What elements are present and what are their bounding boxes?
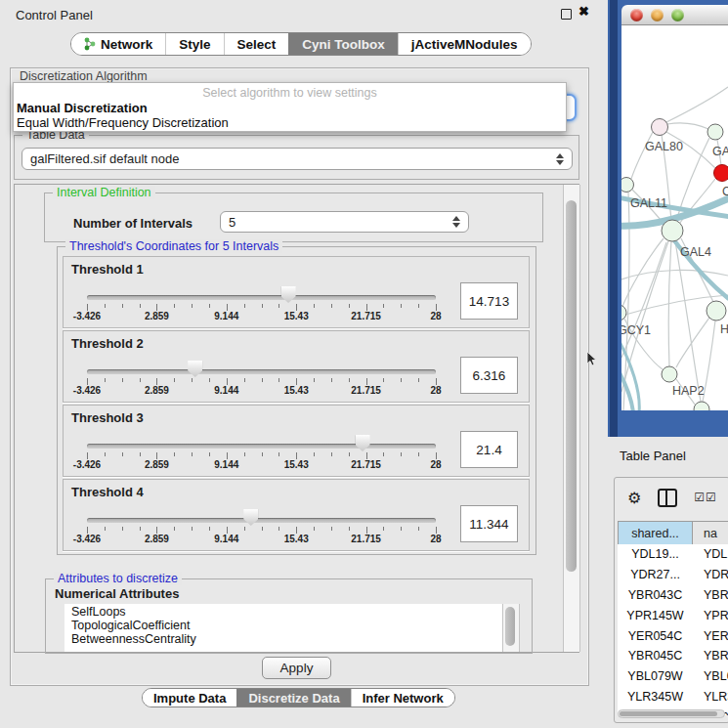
column-header-shared-name[interactable]: shared... <box>618 522 693 545</box>
tick-mark <box>296 527 297 534</box>
tick-mark <box>227 527 228 534</box>
tick-mark <box>192 527 193 531</box>
attributes-scrollbar[interactable] <box>502 604 520 652</box>
tick-label: 28 <box>430 311 441 321</box>
split-view-icon[interactable] <box>658 489 677 507</box>
threshold-4-value-field[interactable]: 11.344 <box>460 505 518 542</box>
network-node-n8[interactable] <box>694 402 709 410</box>
network-node-h[interactable] <box>707 301 726 321</box>
tick-label: 15.43 <box>284 459 309 470</box>
tab-style[interactable]: Style <box>165 33 223 55</box>
tick-mark <box>244 378 245 382</box>
list-item[interactable]: SelfLoops <box>64 604 502 618</box>
main-scrollbar[interactable] <box>563 185 580 652</box>
threshold-1-value-field[interactable]: 14.713 <box>460 282 518 320</box>
tick-mark <box>436 527 437 534</box>
threshold-2-slider[interactable] <box>87 369 436 374</box>
threshold-3-slider[interactable] <box>87 444 436 449</box>
main-scrollbar-thumb[interactable] <box>566 200 577 572</box>
tick-label: 2.859 <box>145 311 169 321</box>
threshold-2-value-field[interactable]: 6.316 <box>460 357 518 394</box>
threshold-4-slider-thumb[interactable] <box>243 509 258 526</box>
table-horizontal-scrollbar-thumb[interactable] <box>620 711 717 716</box>
tick-mark <box>331 527 332 531</box>
close-traffic-light-icon[interactable] <box>630 9 643 21</box>
spinner-arrows-icon <box>556 153 564 165</box>
tab-label: Cyni Toolbox <box>302 37 385 52</box>
tab-network[interactable]: Network <box>71 33 165 55</box>
column-header-name[interactable]: na <box>693 522 728 545</box>
threshold-4-slider[interactable] <box>87 518 436 523</box>
threshold-1-slider-thumb[interactable] <box>281 286 296 303</box>
table-row[interactable]: YBR045CYBR0 <box>618 646 728 666</box>
threshold-3-slider-thumb[interactable] <box>356 435 370 451</box>
table-rows[interactable]: YDL19...YDL1YDR27...YDR2YBR043CYBR0YPR14… <box>618 544 728 715</box>
checkbox-icons[interactable]: ☑☑ <box>694 491 717 504</box>
tab-impute-data[interactable]: Impute Data <box>143 689 236 707</box>
popup-option-equal-width[interactable]: Equal Width/Frequency Discretization <box>14 115 566 130</box>
cell-name: YDL1 <box>693 547 728 561</box>
network-node-gal4[interactable] <box>662 220 683 241</box>
node-label: GAL4 <box>680 245 711 259</box>
tick-label: 2.859 <box>145 459 169 470</box>
attributes-scrollbar-thumb[interactable] <box>505 607 515 646</box>
tab-discretize-data[interactable]: Discretize Data <box>236 689 350 707</box>
threshold-value: 11.344 <box>469 517 508 532</box>
node-label: GA <box>712 145 728 158</box>
tick-mark <box>122 378 123 382</box>
mouse-cursor <box>586 352 598 367</box>
table-row[interactable]: YBR043CYBR0 <box>618 585 728 606</box>
numerical-attributes-list[interactable]: SelfLoopsTopologicalCoefficientBetweenne… <box>64 604 502 652</box>
network-canvas[interactable]: GAL80GACGAL11GAL4GCY1HHAP2 <box>621 25 728 410</box>
threshold-3-box: Threshold 3-3.4262.8599.14415.4321.71528… <box>63 405 530 477</box>
tab-infer-network[interactable]: Infer Network <box>351 689 454 707</box>
table-row[interactable]: YDL19...YDL1 <box>618 544 728 565</box>
list-item[interactable]: TopologicalCoefficient <box>64 618 502 631</box>
tab-label: Impute Data <box>153 691 226 706</box>
number-of-intervals-combobox[interactable]: 5 <box>220 211 469 233</box>
popup-option-manual[interactable]: Manual Discretization <box>14 101 566 115</box>
table-horizontal-scrollbar[interactable] <box>618 709 725 718</box>
apply-button-label: Apply <box>280 661 314 675</box>
threshold-label: Threshold 3 <box>71 410 144 425</box>
tab-jactivemnodules[interactable]: jActiveMNodules <box>398 33 531 55</box>
network-node-gal80[interactable] <box>652 119 668 136</box>
apply-button[interactable]: Apply <box>262 657 331 679</box>
tick-label: 28 <box>430 385 441 396</box>
network-node-hap2[interactable] <box>662 366 677 382</box>
close-icon[interactable]: ✖ <box>578 4 589 19</box>
threshold-value: 6.316 <box>473 368 506 383</box>
number-of-intervals-value: 5 <box>229 215 236 230</box>
table-row[interactable]: YDR27...YDR2 <box>618 565 728 585</box>
network-node-c[interactable] <box>714 165 728 182</box>
tick-mark <box>401 304 402 308</box>
threshold-3-value-field[interactable]: 21.4 <box>460 431 518 468</box>
cell-name: YBR0 <box>693 649 728 663</box>
minimize-traffic-light-icon[interactable] <box>651 9 664 21</box>
tab-label: jActiveMNodules <box>411 37 518 52</box>
tick-mark <box>192 452 193 456</box>
tab-select[interactable]: Select <box>224 33 289 55</box>
network-node-gcy1[interactable] <box>621 305 626 321</box>
list-item[interactable]: BetweennessCentrality <box>64 631 502 645</box>
network-window-titlebar[interactable] <box>621 5 728 25</box>
gear-icon[interactable]: ⚙ <box>627 489 641 507</box>
threshold-2-slider-thumb[interactable] <box>188 361 202 377</box>
table-row[interactable]: YLR345WYLR3 <box>618 687 728 707</box>
network-node-ga[interactable] <box>707 124 723 140</box>
threshold-1-slider[interactable] <box>87 295 436 300</box>
tick-mark <box>331 378 332 382</box>
zoom-traffic-light-icon[interactable] <box>671 9 684 21</box>
cell-name: YBR0 <box>693 588 728 602</box>
tick-mark <box>156 452 157 459</box>
table-data-combobox[interactable]: galFiltered.sif default node <box>21 148 573 170</box>
tick-mark <box>244 527 245 531</box>
table-row[interactable]: YBL079WYBL0 <box>618 666 728 687</box>
tab-cyni-toolbox[interactable]: Cyni Toolbox <box>288 33 398 55</box>
tick-label: -3.426 <box>73 311 101 321</box>
table-row[interactable]: YER054CYER0 <box>618 625 728 646</box>
float-icon[interactable] <box>561 9 572 20</box>
tick-mark <box>418 304 419 308</box>
table-row[interactable]: YPR145WYPR1 <box>618 605 728 625</box>
network-node-gal11[interactable] <box>621 178 634 193</box>
